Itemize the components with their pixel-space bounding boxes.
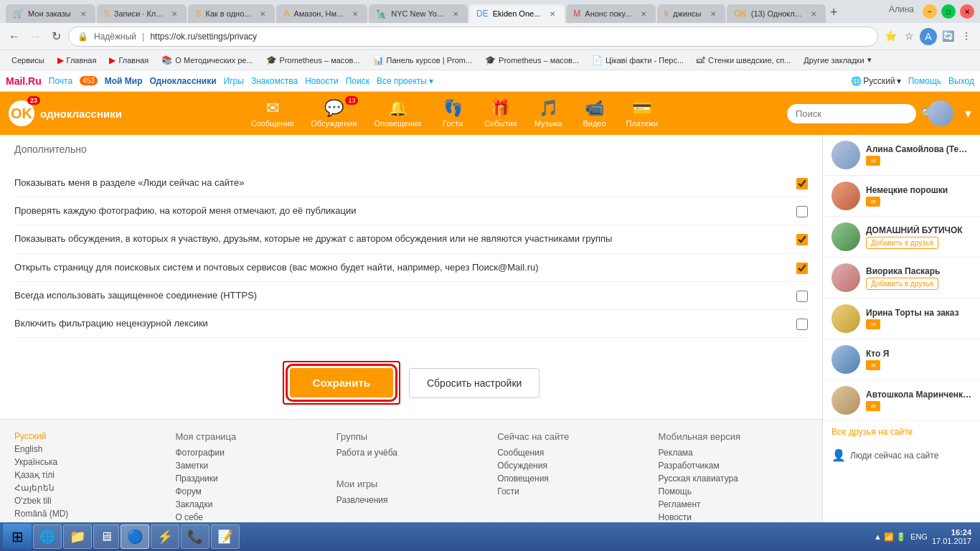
tab-6-close[interactable]: ✕ (547, 9, 557, 19)
setting-checkbox-1[interactable] (796, 178, 808, 189)
footer-link-discussions[interactable]: Обсуждения (497, 461, 646, 471)
profile-button[interactable]: А (920, 28, 937, 45)
all-friends-link[interactable]: Все друзья на сайте (823, 421, 980, 443)
footer-link-forum[interactable]: Форум (175, 486, 324, 496)
ok-nav-video[interactable]: 📹 Видео (573, 96, 616, 131)
lang-ukrainian[interactable]: Українська (14, 457, 164, 467)
mailru-nav-vse-proekty[interactable]: Все проекты ▾ (377, 76, 433, 86)
lang-kazakh[interactable]: Қазақ тілі (14, 470, 164, 480)
footer-link-holidays[interactable]: Праздники (175, 474, 324, 484)
footer-link-guests[interactable]: Гости (497, 486, 646, 496)
user-menu-chevron[interactable]: ▾ (965, 105, 971, 121)
footer-link-help[interactable]: Помощь (659, 486, 808, 496)
menu-button[interactable]: ⋮ (958, 28, 974, 44)
ok-nav-events[interactable]: 🎁 События (477, 96, 524, 131)
language-selector[interactable]: 🌐 Русский ▾ (851, 76, 901, 86)
reset-button[interactable]: Сбросить настройки (409, 368, 540, 398)
footer-link-news[interactable]: Новости (659, 512, 808, 522)
setting-checkbox-6[interactable] (796, 319, 808, 330)
lang-russian[interactable]: Русский (14, 431, 164, 441)
friend-item-7[interactable]: Автошкола Маринченко ... ✉ (823, 380, 980, 421)
taskbar-explorer[interactable]: 📁 (63, 524, 92, 549)
taskbar-ie[interactable]: 🌐 (33, 524, 62, 549)
lang-uzbek[interactable]: O'zbek tili (14, 496, 164, 506)
mailru-nav-poisk[interactable]: Поиск (346, 76, 369, 86)
user-avatar[interactable] (928, 100, 953, 126)
mailru-help[interactable]: Помощь (908, 76, 941, 86)
taskbar-screen[interactable]: 🖥 (93, 524, 119, 549)
bookmark-services[interactable]: Сервисы (6, 55, 50, 66)
footer-link-rules[interactable]: Регламент (659, 499, 808, 509)
address-bar[interactable]: 🔒 Надёжный | https://ok.ru/settings/priv… (68, 27, 878, 47)
mailru-nav-pochta[interactable]: Почта (49, 76, 72, 86)
friend-item-1[interactable]: Алина Самойлова (Текс... ✉ (823, 135, 980, 176)
tab-2[interactable]: S Записи · Кл... ✕ (97, 4, 187, 23)
mailru-nav-ok[interactable]: Одноклассники (150, 76, 217, 86)
save-button[interactable]: Сохранить (290, 368, 393, 397)
bookmark-tsikavi[interactable]: 📄 Цікаві факти - Перс... (586, 54, 689, 67)
footer-link-messages[interactable]: Сообщения (497, 448, 646, 458)
mailru-nav-igry[interactable]: Игры (224, 76, 244, 86)
friend-mail-icon-2[interactable]: ✉ (866, 197, 880, 207)
bookmark-panel[interactable]: 📊 Панель курсов | Prom... (367, 54, 479, 67)
footer-link-ads[interactable]: Реклама (659, 448, 808, 458)
new-tab-button[interactable]: + (827, 2, 841, 23)
setting-checkbox-2[interactable] (796, 206, 808, 217)
friend-item-4[interactable]: Виорика Паскарь Добавить в друзья (823, 258, 980, 298)
lang-english[interactable]: English (14, 444, 164, 454)
friend-item-6[interactable]: Кто Я ✉ (823, 339, 980, 380)
taskbar-viber[interactable]: 📞 (181, 524, 209, 549)
tab-7-close[interactable]: ✕ (639, 9, 649, 19)
mailru-logout[interactable]: Выход (948, 76, 974, 86)
tab-1-close[interactable]: ✕ (78, 9, 88, 19)
minimize-button[interactable]: − (923, 4, 937, 19)
tab-6[interactable]: DE Ekiden One... ✕ (469, 4, 565, 23)
tab-5[interactable]: 🗽 NYC New Yo... ✕ (369, 4, 468, 23)
tab-9[interactable]: OK (13) Однокл... ✕ (727, 4, 825, 23)
setting-checkbox-4[interactable] (796, 263, 808, 274)
footer-link-entertainment[interactable]: Развлечения (336, 495, 486, 505)
friend-item-3[interactable]: ДОМАШНИЙ БУТИЧОК Добавить в друзья (823, 217, 980, 258)
footer-link-work[interactable]: Работа и учёба (336, 448, 486, 458)
bookmark-prometheus1[interactable]: 🎓 Prometheus – масов... (260, 54, 366, 67)
footer-link-notifications[interactable]: Оповещения (497, 474, 646, 484)
ok-nav-guests[interactable]: 👣 Гости (431, 96, 474, 131)
tab-8-close[interactable]: ✕ (708, 9, 718, 19)
tab-4[interactable]: A Амазон, Нм... ✕ (276, 4, 367, 23)
search-input[interactable] (796, 108, 916, 119)
tab-3-close[interactable]: ✕ (258, 9, 268, 19)
friend-add-btn-4[interactable]: Добавить в друзья (866, 278, 938, 290)
taskbar-word[interactable]: 📝 (211, 524, 240, 549)
ok-logo[interactable]: OK 23 одноклассники (9, 100, 122, 126)
extensions-button[interactable]: ⭐ (882, 28, 898, 44)
tab-1[interactable]: 🛒 Мои заказы ✕ (6, 4, 95, 23)
ok-nav-discussions[interactable]: 💬 13 Обсуждения (303, 96, 364, 131)
bookmark-other[interactable]: Другие закладки ▾ (798, 54, 877, 66)
forward-button[interactable]: → (27, 27, 44, 46)
mailru-nav-znakomstva[interactable]: Знакомства (251, 76, 298, 86)
ok-nav-notifications[interactable]: 🔔 Оповещения (367, 96, 428, 131)
friend-mail-icon-5[interactable]: ✉ (866, 319, 880, 329)
friend-mail-icon-1[interactable]: ✉ (866, 156, 880, 166)
ok-nav-payments[interactable]: 💳 Платежи (619, 96, 666, 131)
ok-search-bar[interactable]: 🔍 (787, 104, 916, 123)
tab-4-close[interactable]: ✕ (350, 9, 360, 19)
footer-link-photos[interactable]: Фотографии (175, 448, 324, 458)
ok-nav-music[interactable]: 🎵 Музыка (527, 96, 570, 131)
friend-item-2[interactable]: Немецкие порошки ✉ (823, 176, 980, 217)
bookmark-stenki[interactable]: 🛋 Стенки шведские, сп... (691, 54, 796, 67)
taskbar-chrome[interactable]: 🔵 (121, 524, 149, 549)
tab-9-close[interactable]: ✕ (809, 9, 819, 19)
reload-button[interactable]: ↻ (49, 27, 64, 46)
ok-nav-messages[interactable]: ✉ Сообщения (244, 96, 301, 131)
friend-add-btn-3[interactable]: Добавить в друзья (866, 237, 938, 249)
bookmark-glavnaya2[interactable]: ▶ Главная (103, 54, 154, 67)
back-button[interactable]: ← (6, 27, 23, 46)
tab-2-close[interactable]: ✕ (169, 9, 179, 19)
friend-mail-icon-7[interactable]: ✉ (866, 401, 880, 411)
friend-item-5[interactable]: Ирина Торты на заказ ✉ (823, 298, 980, 339)
lang-armenian[interactable]: Հայերեն (14, 483, 164, 493)
footer-link-devs[interactable]: Разработчикам (659, 461, 808, 471)
bookmark-metodich[interactable]: 📚 О Методических ре... (156, 54, 258, 67)
friend-mail-icon-6[interactable]: ✉ (866, 360, 880, 370)
